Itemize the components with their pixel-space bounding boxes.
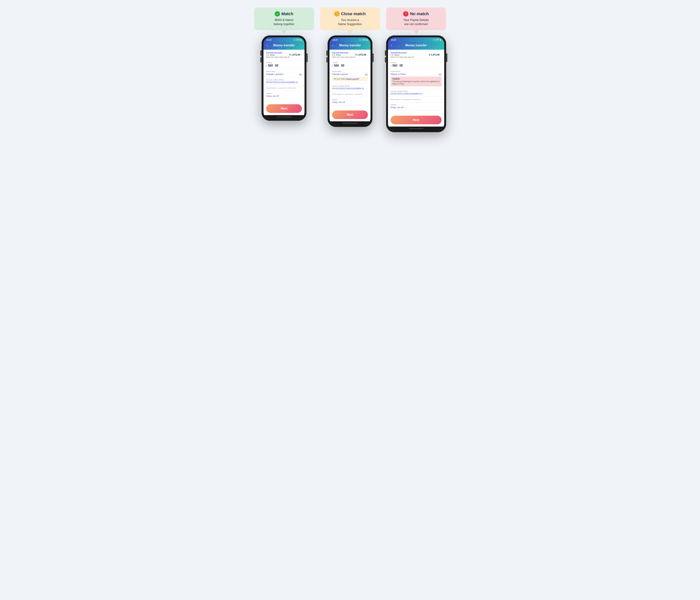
- account-section-match[interactable]: Current Account F.G. Müller DE03 2157 00…: [264, 50, 305, 60]
- status-time-no-match: 13:37: [391, 39, 396, 41]
- bubble-no-match-title: ! No match: [391, 11, 442, 17]
- account-section-no-match[interactable]: Current Account F.G. Müller DE03 2157 00…: [388, 50, 444, 60]
- payee-label-no-match: Payee name: [391, 71, 442, 72]
- amount-section-match[interactable]: Amount € 560 , 00: [264, 60, 305, 69]
- vol-up-button-3: [385, 50, 386, 56]
- wifi-icon: WiFi: [296, 39, 300, 41]
- options-label-close-match: Options: [332, 99, 368, 100]
- options-value-close-match: Today, one-off: [332, 101, 345, 103]
- desc-row-no-match: Description or payment reference ›: [391, 98, 442, 101]
- desc-row-match: Description or payment reference ›: [266, 86, 302, 89]
- match-title-text: Match: [281, 11, 294, 16]
- warning-box-no-match: Caution! This account belongs to a perso…: [391, 76, 442, 86]
- nav-back-close-match[interactable]: ‹: [332, 43, 333, 47]
- account-right-match: € 1.872,06 ›: [290, 53, 302, 56]
- no-match-subtitle: Your Payee Details are not confirmed: [391, 18, 442, 26]
- account-balance-close-match: € 1.872,06: [355, 53, 366, 56]
- checkmark-icon: ✓: [283, 73, 285, 75]
- amount-section-no-match[interactable]: Amount € 560 , 00: [388, 60, 444, 69]
- options-section-match[interactable]: Options Today, one-off ›: [264, 91, 305, 99]
- amount-dot-no-match: ,: [398, 65, 399, 67]
- close-match-title-text: Close match: [341, 11, 366, 16]
- next-button-close-match[interactable]: Next: [332, 110, 368, 119]
- payee-label-close-match: Payee name: [332, 71, 368, 72]
- bubble-match: ✓ Match IBAN & Name belong together: [254, 7, 314, 30]
- phones-row: ✓ Match IBAN & Name belong together 13:3…: [247, 7, 453, 132]
- payee-row-match: Claude Laurent ✓ 📖: [266, 73, 302, 76]
- status-icons-close-match: ▪▪▪ WiFi ▮: [359, 39, 368, 41]
- bubble-close-match: ! Close match You receive a Name Suggest…: [320, 7, 380, 30]
- desc-chevron-close-match: ›: [367, 93, 368, 95]
- battery-icon: ▮: [300, 39, 302, 41]
- account-name-no-match: Current Account: [391, 52, 414, 54]
- account-balance-match: € 1.872,06: [290, 53, 300, 56]
- desc-section-close-match[interactable]: Description or payment reference ›: [329, 91, 371, 97]
- options-row-no-match: Today, one-off ›: [391, 106, 442, 109]
- phone-match-wrapper: 13:37 ▪▪▪ WiFi ▮ ‹ Money transfer: [261, 35, 307, 121]
- vol-down-button-2: [326, 57, 327, 62]
- account-left-close-match: Current Account F.G. Müller DE03 2157 00…: [332, 52, 355, 58]
- nav-bar-close-match: ‹ Money transfer: [329, 42, 371, 50]
- status-icons-match: ▪▪▪ WiFi ▮: [293, 39, 302, 41]
- power-button-3: [446, 53, 447, 62]
- phone-no-match-screen: 13:37 ▪▪▪ WiFi ▮ ‹ Money transfer: [388, 37, 444, 130]
- match-icon: ✓: [275, 11, 280, 17]
- options-chevron-no-match: ›: [441, 106, 442, 109]
- phone-close-match-wrapper: 13:37 ▪▪▪ WiFi ▮ ‹ Money transfer: [328, 35, 373, 127]
- amount-whole-no-match: 560: [393, 64, 398, 67]
- iban-label-match: Account number (IBAN): [266, 79, 302, 81]
- home-indicator-close-match: [329, 121, 371, 125]
- vol-down-button-3: [385, 57, 386, 62]
- nav-back-no-match[interactable]: ‹: [391, 43, 392, 47]
- payee-name-text-close-match: Claude Lauren: [332, 73, 348, 76]
- nav-back-match[interactable]: ‹: [267, 43, 268, 47]
- payee-section-no-match[interactable]: Payee name Séjour à Paris 📖 Caution! Thi…: [388, 69, 444, 89]
- iban-label-no-match: Account number (IBAN): [391, 91, 442, 92]
- suggestion-box-close-match[interactable]: Do you mean Claude Laurent?: [332, 76, 368, 81]
- account-holder-no-match: F.G. Müller: [391, 54, 414, 56]
- wifi-icon-2: WiFi: [362, 39, 366, 41]
- next-button-match[interactable]: Next: [266, 104, 302, 113]
- status-time-close-match: 13:37: [332, 39, 338, 41]
- account-chevron-match: ›: [301, 53, 302, 56]
- account-left-match: Current Account F.G. Müller DE03 2157 00…: [266, 52, 290, 58]
- desc-row-close-match: Description or payment reference ›: [332, 93, 368, 95]
- payee-name-text-no-match: Séjour à Paris: [391, 73, 406, 76]
- account-left-no-match: Current Account F.G. Müller DE03 2157 00…: [391, 52, 414, 58]
- iban-section-close-match[interactable]: Account number (IBAN) FR7627633121290101…: [329, 84, 371, 91]
- payee-section-close-match[interactable]: Payee name Claude Lauren 📖 Do you mean C…: [329, 69, 371, 84]
- spacer-no-match: [388, 110, 444, 114]
- iban-section-match[interactable]: Account number (IBAN) FR7627633121290101…: [264, 77, 305, 85]
- account-section-close-match[interactable]: Current Account F.G. Müller DE03 2157 00…: [329, 50, 371, 60]
- desc-chevron-match: ›: [301, 86, 302, 89]
- desc-section-no-match[interactable]: Description or payment reference ›: [388, 97, 444, 102]
- desc-section-match[interactable]: Description or payment reference ›: [264, 85, 305, 91]
- iban-section-no-match[interactable]: Account number (IBAN) FR7627633121290101…: [388, 89, 444, 97]
- home-bar-match: [277, 117, 292, 117]
- match-subtitle: IBAN & Name belong together: [258, 18, 309, 26]
- phone-match: 13:37 ▪▪▪ WiFi ▮ ‹ Money transfer: [261, 35, 307, 121]
- amount-dot-match: ,: [274, 65, 274, 67]
- next-button-no-match[interactable]: Next: [391, 116, 442, 124]
- suggestion-link[interactable]: Claude Laurent: [346, 78, 358, 80]
- phone-match-screen: 13:37 ▪▪▪ WiFi ▮ ‹ Money transfer: [264, 37, 305, 119]
- payee-section-match[interactable]: Payee name Claude Laurent ✓ 📖: [264, 69, 305, 77]
- amount-whole-close-match: 560: [334, 64, 339, 67]
- desc-placeholder-close-match: Description or payment reference: [332, 93, 362, 95]
- options-section-close-match[interactable]: Options Today, one-off ›: [329, 97, 371, 105]
- book-icon-no-match: 📖: [439, 73, 442, 76]
- wifi-icon-3: WiFi: [435, 39, 439, 41]
- amount-section-close-match[interactable]: Amount € 560 , 00: [329, 60, 371, 69]
- home-bar-no-match: [408, 128, 424, 129]
- account-right-no-match: € 1.872,06 ›: [429, 53, 442, 56]
- amount-label-no-match: Amount: [391, 62, 442, 64]
- options-section-no-match[interactable]: Options Today, one-off ›: [388, 102, 444, 110]
- battery-icon-2: ▮: [367, 39, 368, 41]
- amount-decimal-match: 00: [275, 64, 278, 67]
- options-value-match: Today, one-off: [266, 95, 279, 97]
- desc-chevron-no-match: ›: [441, 98, 442, 101]
- amount-row-close-match: € 560 , 00: [332, 64, 368, 67]
- no-match-title-text: No match: [410, 11, 429, 16]
- phone-column-match: ✓ Match IBAN & Name belong together 13:3…: [254, 7, 314, 121]
- options-row-match: Today, one-off ›: [266, 95, 302, 97]
